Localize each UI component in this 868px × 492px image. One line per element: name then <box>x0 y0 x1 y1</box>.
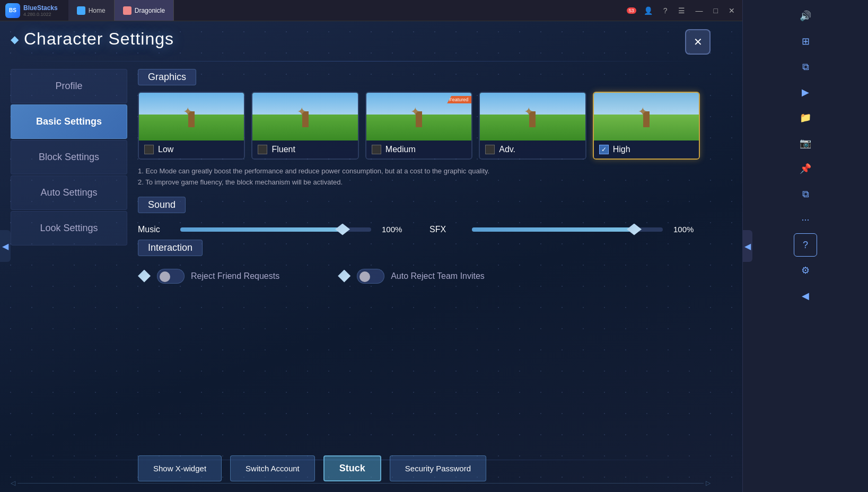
right-panel-expand[interactable]: ◀ <box>743 230 752 262</box>
music-thumb[interactable] <box>335 224 350 235</box>
quality-fluent-checkbox[interactable] <box>258 145 267 154</box>
minimize-icon[interactable]: — <box>692 5 706 16</box>
quality-fluent-card[interactable]: Fluent <box>251 92 358 160</box>
rp-grid-button[interactable]: ⊞ <box>794 30 817 53</box>
show-xwidget-button[interactable]: Show X-widget <box>138 455 222 481</box>
app-version: 4.280.0.1022 <box>23 12 58 17</box>
rp-back-button[interactable]: ◀ <box>794 284 817 308</box>
quality-adv-label: Adv. <box>480 140 585 159</box>
menu-icon[interactable]: ☰ <box>675 5 688 16</box>
tab-home[interactable]: Home <box>68 0 115 21</box>
auto-reject-team-label: Auto Reject Team Invites <box>391 271 485 281</box>
stuck-button[interactable]: Stuck <box>323 455 381 481</box>
tab-bar: Home Dragonicle <box>68 0 174 21</box>
quality-high-card[interactable]: ✓ High <box>593 92 700 160</box>
dragon-tab-icon <box>123 6 131 15</box>
quality-fluent-thumbnail <box>252 93 357 140</box>
help-icon[interactable]: ? <box>660 5 671 16</box>
quality-high-label: ✓ High <box>594 140 699 159</box>
music-track <box>180 227 371 232</box>
quality-medium-label: Medium <box>366 140 471 159</box>
quality-medium-thumbnail: Featured <box>366 93 471 140</box>
content-panel: Graphics Low <box>138 69 700 450</box>
security-password-button[interactable]: Security Password <box>390 455 486 481</box>
arrow-icon: ◀ <box>2 241 8 251</box>
rp-video-button[interactable]: ▶ <box>794 81 817 104</box>
quality-fluent-label: Fluent <box>252 140 357 159</box>
quality-adv-card[interactable]: Adv. <box>479 92 586 160</box>
account-icon[interactable]: 👤 <box>641 5 656 16</box>
home-tab-icon <box>77 6 85 15</box>
app-name: BlueStacks <box>23 4 58 12</box>
rp-camera-button[interactable]: 📷 <box>794 131 817 155</box>
rp-help-button[interactable]: ? <box>794 233 817 257</box>
bluestacks-icon: BS <box>5 3 20 18</box>
quality-medium-card[interactable]: Featured Medium <box>365 92 472 160</box>
switch-account-button[interactable]: Switch Account <box>230 455 315 481</box>
quality-low-card[interactable]: Low <box>138 92 245 160</box>
auto-reject-team-group: Auto Reject Team Invites <box>338 269 485 284</box>
video-icon: ▶ <box>802 86 809 98</box>
rp-more-button[interactable]: ··· <box>794 208 817 231</box>
rp-copy-button[interactable]: ⧉ <box>794 55 817 78</box>
sfx-track <box>472 227 663 232</box>
sidebar-item-profile[interactable]: Profile <box>11 69 127 103</box>
camera-icon: 📷 <box>800 137 811 149</box>
music-value: 100% <box>382 225 408 234</box>
folder-icon: 📁 <box>800 112 811 124</box>
tab-dragonicle[interactable]: Dragonicle <box>115 0 174 21</box>
sidebar-item-auto-settings[interactable]: Auto Settings <box>11 175 127 210</box>
sfx-thumb[interactable] <box>627 224 642 235</box>
info-line-1: 1. Eco Mode can greatly boost the perfor… <box>138 166 700 177</box>
reject-friend-knob <box>160 271 170 282</box>
quality-adv-checkbox[interactable] <box>485 145 495 154</box>
sfx-label: SFX <box>429 225 461 234</box>
close-icon: ✕ <box>694 36 703 48</box>
quality-low-checkbox[interactable] <box>144 145 154 154</box>
sidebar: Profile Basic Settings Block Settings Au… <box>11 69 127 247</box>
auto-reject-team-toggle[interactable] <box>357 269 384 284</box>
more-icon: ··· <box>801 214 809 225</box>
tab-dragonicle-label: Dragonicle <box>135 7 165 14</box>
app-logo: BS BlueStacks 4.280.0.1022 <box>0 3 63 18</box>
volume-icon: 🔊 <box>800 10 811 22</box>
sidebar-item-basic-settings[interactable]: Basic Settings <box>11 104 127 139</box>
music-slider[interactable] <box>180 227 371 232</box>
rp-settings-button[interactable]: ⚙ <box>794 259 817 282</box>
left-arrow-button[interactable]: ◀ <box>0 230 11 262</box>
reject-friend-group: Reject Friend Requests <box>138 269 279 284</box>
main-area: BS BlueStacks 4.280.0.1022 Home Dragonic… <box>0 0 742 492</box>
interaction-section: Interaction Reject Friend Requests Auto … <box>138 240 700 284</box>
graphics-info: 1. Eco Mode can greatly boost the perfor… <box>138 166 700 188</box>
help-icon: ? <box>803 240 808 251</box>
auto-reject-team-knob <box>360 271 370 282</box>
location-icon: 📌 <box>800 163 811 174</box>
notification-badge[interactable]: 53 <box>627 7 636 14</box>
deco-line-top <box>11 61 711 62</box>
auto-reject-team-diamond <box>338 270 350 283</box>
close-button[interactable]: ✕ <box>685 29 711 55</box>
rp-volume-button[interactable]: 🔊 <box>794 4 817 28</box>
window-close-icon[interactable]: ✕ <box>725 5 738 16</box>
sfx-slider[interactable] <box>472 227 663 232</box>
quality-medium-checkbox[interactable] <box>372 145 381 154</box>
rp-layers-button[interactable]: ⧉ <box>794 182 817 206</box>
quality-high-checkbox[interactable]: ✓ <box>599 145 609 154</box>
bottom-deco-arrow-left: ◁ <box>11 479 15 487</box>
sidebar-item-block-settings[interactable]: Block Settings <box>11 140 127 174</box>
page-title: Character Settings <box>24 29 174 49</box>
maximize-icon[interactable]: □ <box>711 5 721 16</box>
quality-adv-thumbnail <box>480 93 585 140</box>
featured-badge: Featured <box>447 96 471 103</box>
bottom-deco-arrow-right: ▷ <box>706 479 711 487</box>
sound-header: Sound <box>138 197 186 213</box>
info-line-2: 2. To improve game fluency, the block me… <box>138 177 700 188</box>
copy-icon: ⧉ <box>802 62 809 73</box>
bottom-buttons: Show X-widget Switch Account Stuck Secur… <box>138 455 486 481</box>
rp-folder-button[interactable]: 📁 <box>794 106 817 129</box>
layers-icon: ⧉ <box>802 189 809 200</box>
sidebar-item-look-settings[interactable]: Look Settings <box>11 211 127 245</box>
sound-section: Sound Music 100% SFX <box>138 197 700 234</box>
reject-friend-toggle[interactable] <box>157 269 185 284</box>
rp-location-button[interactable]: 📌 <box>794 157 817 180</box>
